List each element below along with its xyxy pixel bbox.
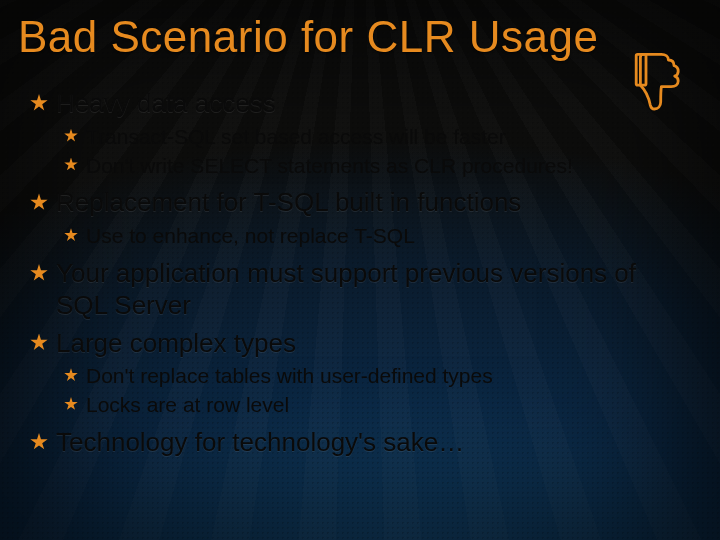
list-item: Transact-SQL set based access will be fa…	[56, 124, 694, 151]
slide: Bad Scenario for CLR Usage Heavy data ac…	[0, 0, 720, 540]
bullet-text: Locks are at row level	[86, 393, 289, 416]
list-item: Large complex types Don't replace tables…	[18, 328, 694, 419]
bullet-text: Heavy data access	[56, 88, 276, 118]
sub-list: Transact-SQL set based access will be fa…	[56, 124, 694, 180]
bullet-text: Don't replace tables with user-defined t…	[86, 364, 493, 387]
list-item: Use to enhance, not replace T-SQL	[56, 223, 694, 250]
bullet-text: Use to enhance, not replace T-SQL	[86, 224, 415, 247]
list-item: Your application must support previous v…	[18, 258, 694, 321]
bullet-text: Transact-SQL set based access will be fa…	[86, 125, 506, 148]
bullet-text: Large complex types	[56, 328, 296, 358]
list-item: Heavy data access Transact-SQL set based…	[18, 88, 694, 179]
bullet-text: Technology for technology's sake…	[56, 427, 464, 457]
list-item: Technology for technology's sake…	[18, 427, 694, 459]
list-item: Locks are at row level	[56, 392, 694, 419]
bullet-text: Your application must support previous v…	[56, 258, 636, 320]
list-item: Don't replace tables with user-defined t…	[56, 363, 694, 390]
list-item: Don't write SELECT statements as CLR pro…	[56, 153, 694, 180]
sub-list: Use to enhance, not replace T-SQL	[56, 223, 694, 250]
bullet-text: Replacement for T-SQL built in functions	[56, 187, 521, 217]
slide-title: Bad Scenario for CLR Usage	[18, 12, 694, 62]
bullet-text: Don't write SELECT statements as CLR pro…	[86, 154, 573, 177]
list-item: Replacement for T-SQL built in functions…	[18, 187, 694, 250]
sub-list: Don't replace tables with user-defined t…	[56, 363, 694, 419]
bullet-list: Heavy data access Transact-SQL set based…	[18, 88, 694, 459]
